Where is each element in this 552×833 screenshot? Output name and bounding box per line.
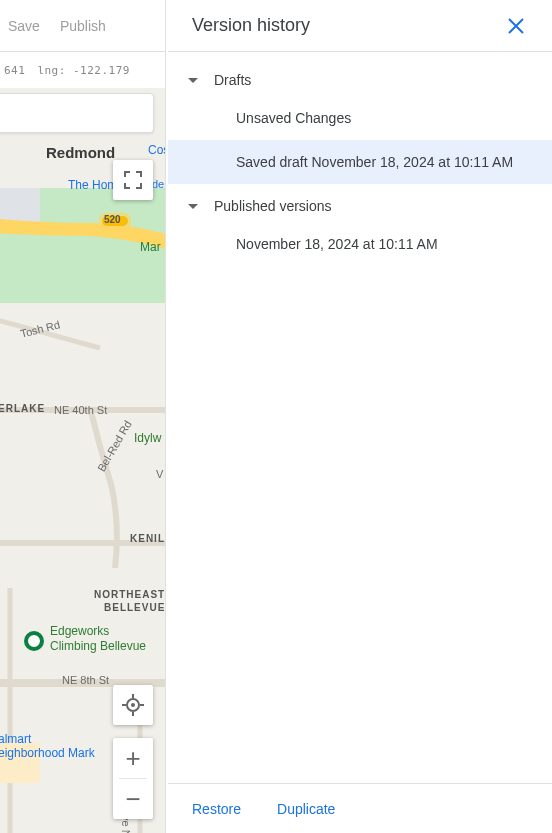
svg-point-13 xyxy=(131,703,135,707)
map-park-label: Idylw xyxy=(134,431,161,445)
map-marker-icon[interactable] xyxy=(24,631,44,651)
panel-title: Version history xyxy=(192,15,310,36)
fullscreen-icon xyxy=(124,171,142,189)
top-toolbar: Save Publish xyxy=(0,0,166,52)
zoom-control: + − xyxy=(113,738,153,819)
map-park-label: Mar xyxy=(140,240,161,254)
fullscreen-button[interactable] xyxy=(113,160,153,200)
published-section-header[interactable]: Published versions xyxy=(168,190,552,222)
map-poi-label: Climbing Bellevue xyxy=(50,639,146,653)
chevron-down-icon xyxy=(188,78,198,83)
map-poi-label: dep xyxy=(152,178,166,190)
panel-footer: Restore Duplicate xyxy=(168,783,552,833)
panel-body: Drafts Unsaved Changes Saved draft Novem… xyxy=(168,52,552,783)
section-title: Drafts xyxy=(214,72,251,88)
coordinates-bar: 641 lng: -122.179 xyxy=(0,52,166,88)
duplicate-button[interactable]: Duplicate xyxy=(277,801,335,817)
publish-button[interactable]: Publish xyxy=(60,18,106,34)
version-item-unsaved[interactable]: Unsaved Changes xyxy=(168,96,552,140)
map-district-label: ERLAKE xyxy=(0,403,45,414)
lat-value: 641 xyxy=(4,64,25,77)
map-poi-label: almart xyxy=(0,732,31,746)
close-button[interactable] xyxy=(504,14,528,38)
map-city-label: Redmond xyxy=(46,144,115,161)
map-poi-label: Edgeworks xyxy=(50,624,109,638)
lng-value: lng: -122.179 xyxy=(37,64,130,77)
version-item-published[interactable]: November 18, 2024 at 10:11 AM xyxy=(168,222,552,266)
drafts-section-header[interactable]: Drafts xyxy=(168,64,552,96)
save-button[interactable]: Save xyxy=(8,18,40,34)
zoom-in-button[interactable]: + xyxy=(113,738,153,778)
map-district-label: BELLEVUE xyxy=(104,602,165,613)
chevron-down-icon xyxy=(188,204,198,209)
panel-header: Version history xyxy=(168,0,552,52)
restore-button[interactable]: Restore xyxy=(192,801,241,817)
map-poi-label: eighborhood Mark xyxy=(0,746,95,760)
map-poi-label: The Hom xyxy=(68,178,117,192)
map-poi-label: Cost xyxy=(148,143,166,157)
map-highway-label: 520 xyxy=(104,214,121,225)
map-street-label: NE 40th St xyxy=(54,404,107,416)
close-icon xyxy=(508,18,524,34)
version-item-saved-draft[interactable]: Saved draft November 18, 2024 at 10:11 A… xyxy=(168,140,552,184)
map-style-selector[interactable] xyxy=(0,93,154,133)
crosshair-icon xyxy=(122,694,144,716)
map-canvas[interactable]: ary Redmond Cost The Hom dep 520 Mar Tos… xyxy=(0,88,166,833)
map-street-label: NE 8th St xyxy=(62,674,109,686)
zoom-out-button[interactable]: − xyxy=(113,779,153,819)
map-street-label: V xyxy=(156,468,163,480)
map-district-label: NORTHEAST xyxy=(94,589,165,600)
map-district-label: KENIL xyxy=(130,533,165,544)
section-title: Published versions xyxy=(214,198,332,214)
version-history-panel: Version history Drafts Unsaved Changes S… xyxy=(168,0,552,833)
my-location-button[interactable] xyxy=(113,685,153,725)
